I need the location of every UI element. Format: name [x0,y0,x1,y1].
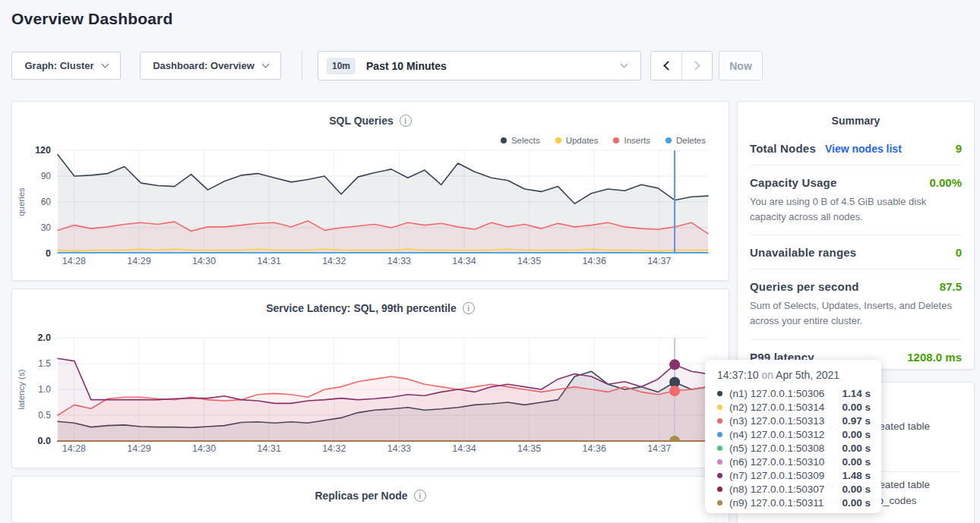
series-dot-icon [717,446,722,451]
tooltip-row: (n5) 127.0.0.1:503080.00 s [717,441,871,455]
page-title: Overview Dashboard [11,10,173,28]
tooltip-node-value: 0.00 s [842,497,871,509]
summary-row: Queries per second87.5Sum of Selects, Up… [750,269,962,339]
info-icon[interactable]: i [414,490,426,502]
series-dot-icon [717,432,722,437]
tooltip-node-value: 0.00 s [842,484,871,495]
series-dot-icon [717,459,722,465]
tooltip-node-label: (n8) 127.0.0.1:50307 [729,484,824,495]
summary-label: Total Nodes [750,142,816,155]
tooltip-node-value: 0.00 s [842,402,871,413]
svg-text:120: 120 [35,145,51,156]
series-dot-icon [717,473,722,478]
dashboard-dropdown-label: Dashboard: Overview [153,60,254,71]
tooltip-node-value: 1.48 s [842,470,871,481]
tooltip-node-label: (n3) 127.0.0.1:50313 [729,415,824,427]
svg-text:14:35: 14:35 [517,443,541,454]
time-range-picker[interactable]: 10m Past 10 Minutes [318,51,641,80]
chevron-down-icon [261,61,269,68]
svg-text:14:37: 14:37 [647,443,671,454]
legend-dot-icon [501,137,507,143]
tooltip-node-label: (n9) 127.0.0.1:50311 [729,497,824,509]
toolbar-divider [302,50,302,80]
tooltip-node-value: 0.00 s [842,429,871,440]
series-dot-icon [717,391,722,396]
tooltip-node-label: (n2) 127.0.0.1:50314 [729,402,824,413]
summary-value: 1208.0 ms [907,351,962,364]
chevron-left-icon [663,61,673,71]
svg-text:14:36: 14:36 [583,443,606,454]
chevron-right-icon [691,61,700,71]
svg-text:latency (s): latency (s) [17,369,26,409]
summary-row: Unavailable ranges0 [750,235,962,269]
tooltip-row: (n9) 127.0.0.1:503110.00 s [717,496,871,510]
tooltip-node-value: 0.00 s [842,456,871,468]
time-next-button[interactable] [681,52,712,80]
graph-dropdown[interactable]: Graph: Cluster [11,52,121,80]
svg-text:30: 30 [41,222,52,233]
svg-text:14:33: 14:33 [387,443,411,454]
svg-text:14:36: 14:36 [583,256,606,266]
tooltip-node-value: 1.14 s [842,388,871,399]
time-nav-group [650,51,713,80]
time-prev-button[interactable] [651,52,681,80]
graph-dropdown-label: Graph: Cluster [24,60,93,71]
tooltip-node-label: (n1) 127.0.0.1:50306 [729,388,824,399]
now-button[interactable]: Now [719,51,763,80]
svg-text:14:34: 14:34 [452,443,476,454]
svg-text:queries: queries [17,187,26,216]
chart-title-text: Service Latency: SQL, 99th percentile [266,302,457,314]
svg-text:14:29: 14:29 [127,443,150,454]
chevron-down-icon [101,61,109,68]
tooltip-row: (n2) 127.0.0.1:503140.00 s [717,400,871,414]
svg-text:14:28: 14:28 [62,443,86,454]
svg-text:14:29: 14:29 [127,256,150,266]
time-range-badge: 10m [327,58,356,74]
summary-label: Queries per second [750,280,859,293]
summary-title: Summary [750,102,962,131]
summary-description: You are using 0 B of 4.5 GiB usable disk… [750,194,962,225]
legend-dot-icon [613,137,619,143]
series-dot-icon [717,500,722,506]
summary-row: Capacity Usage0.00%You are using 0 B of … [750,165,962,235]
summary-description: Sum of Selects, Updates, Inserts, and De… [750,298,962,329]
service-latency-chart[interactable]: 0.00.51.01.52.014:2814:2914:3014:3114:32… [12,332,730,462]
svg-text:14:34: 14:34 [452,256,476,266]
info-icon[interactable]: i [400,115,412,127]
tooltip-node-label: (n5) 127.0.0.1:50308 [729,443,824,454]
chart-title-text: SQL Queries [329,115,394,127]
replicas-per-node-panel: Replicas per Node i [11,476,729,523]
tooltip-row: (n3) 127.0.0.1:503130.97 s [717,414,871,427]
info-icon[interactable]: i [463,302,475,314]
sql-queries-chart[interactable]: 030609012014:2814:2914:3014:3114:3214:33… [12,144,730,275]
summary-value: 0.00% [929,176,962,189]
legend-dot-icon [665,137,672,143]
svg-text:1.0: 1.0 [38,384,51,395]
svg-text:1.5: 1.5 [38,358,51,369]
summary-label: Capacity Usage [750,176,837,189]
chart-title-text: Replicas per Node [315,490,407,502]
legend-dot-icon [555,137,561,143]
svg-text:14:32: 14:32 [322,256,346,266]
chart-title: Service Latency: SQL, 99th percentile i [12,302,729,314]
service-latency-panel: Service Latency: SQL, 99th percentile i … [11,288,729,468]
chart-title: Replicas per Node i [12,490,729,502]
svg-text:14:30: 14:30 [192,256,216,266]
tooltip-node-value: 0.97 s [842,415,871,427]
tooltip-timestamp: 14:37:10 on Apr 5th, 2021 [717,369,871,381]
view-nodes-list-link[interactable]: View nodes list [825,143,902,155]
svg-text:0.5: 0.5 [38,410,51,421]
tooltip-row: (n1) 127.0.0.1:503061.14 s [717,386,871,400]
summary-value: 87.5 [940,280,962,293]
summary-card: Summary Total NodesView nodes list9Capac… [737,101,975,370]
tooltip-row: (n8) 127.0.0.1:503070.00 s [717,483,871,496]
series-dot-icon [717,487,722,492]
summary-row: Total NodesView nodes list9 [750,131,962,165]
svg-text:2.0: 2.0 [38,332,51,343]
tooltip-node-label: (n4) 127.0.0.1:50312 [729,429,824,440]
svg-text:14:31: 14:31 [258,256,281,266]
svg-text:14:35: 14:35 [517,256,541,266]
dashboard-dropdown[interactable]: Dashboard: Overview [140,52,281,80]
chart-hover-tooltip: 14:37:10 on Apr 5th, 2021(n1) 127.0.0.1:… [705,360,881,513]
tooltip-node-label: (n6) 127.0.0.1:50310 [729,456,824,468]
